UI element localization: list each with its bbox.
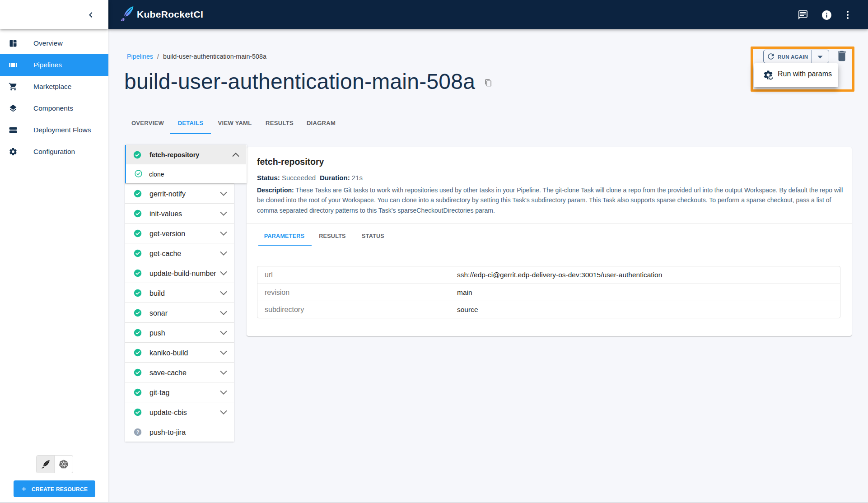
svg-text:?: ? — [136, 430, 139, 435]
